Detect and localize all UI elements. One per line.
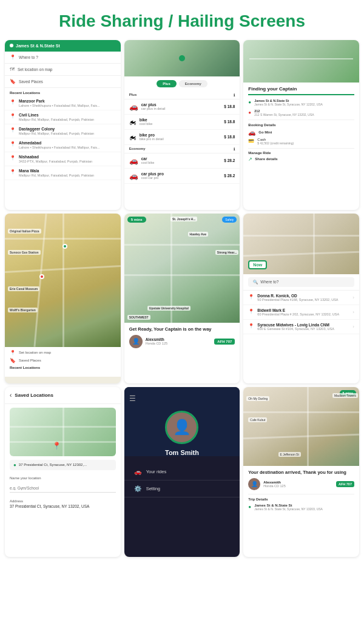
driver-avatar: 👤 <box>248 478 260 490</box>
destination-icon: 📍 <box>10 55 16 60</box>
map-label-3: Strong Hear... <box>215 250 239 255</box>
s3-title: Finding your Captain <box>248 86 354 95</box>
screen-destination-arrived: 5 mins Oh My Darling Cafe Kubut E Jeffer… <box>243 387 359 557</box>
s1-saved-places-row[interactable]: 🔖 Saved Places <box>5 76 121 88</box>
list-item[interactable]: 📍 Civil Lines Mallipur Rd, Mallipur, Fai… <box>5 110 121 124</box>
s8-profile-section: ☰ 👤 Tom Smith <box>124 387 240 456</box>
origin-dot-icon: ● <box>248 504 251 510</box>
s7-map-preview: 📍 <box>10 408 116 456</box>
list-item[interactable]: 📍 Mana Wala Mallipur Rd, Mallipur, Faisa… <box>5 166 121 180</box>
s8-menu: 🚗 Your rides ⚙️ Setting <box>124 463 240 497</box>
s6-search: 🔍 Where to? <box>243 274 359 291</box>
list-item[interactable]: 📍 Manzoor Park Lahore • Sheikhupura • Fa… <box>5 96 121 110</box>
screen-profile: ☰ 👤 Tom Smith 🚗 Your rides ⚙️ Setting <box>124 387 240 557</box>
list-item[interactable]: 📍 Ahmedabad Lahore • Sheikhupura • Faisa… <box>5 138 121 152</box>
dest-marker <box>39 274 44 279</box>
ride-item[interactable]: 🚗 car cool bike $ 28.2 <box>124 153 240 169</box>
ride-item[interactable]: 🚗 car plus car plus in detail $ 18.8 <box>124 99 240 115</box>
destination-item[interactable]: 📍 Donna R. Konick, OD 50 Presidential Pl… <box>243 291 359 305</box>
pin-icon: 📍 <box>10 113 16 119</box>
menu-icon[interactable]: ☰ <box>129 394 136 403</box>
share-details-row[interactable]: ↗ Share details <box>248 157 354 162</box>
ride-item[interactable]: 🏍 bike pro bike pro in detail $ 18.8 <box>124 130 240 145</box>
screen-finding-captain: Finding your Captain ● James St & N.Stat… <box>243 40 359 210</box>
s7-form: Name your location <box>5 473 121 499</box>
s9-map: 5 mins Oh My Darling Cafe Kubut E Jeffer… <box>243 387 359 466</box>
s1-dest-placeholder: Where to ? <box>19 55 38 59</box>
road-h2 <box>243 251 359 257</box>
time-badge: 5 mins <box>127 217 146 223</box>
map-label-1: St. Joseph's H... <box>170 217 197 221</box>
s6-map: Now <box>243 214 359 274</box>
pin-icon: 📍 <box>10 141 16 147</box>
destination-item[interactable]: 📍 Syracuse Midwives - Lovig Linda CNM 60… <box>243 320 359 334</box>
car-icon: 🚗 <box>248 129 255 136</box>
s3-origin-row: ● James St & N.State St James St & N. St… <box>248 99 354 106</box>
divider <box>248 494 354 494</box>
info-icon: ℹ <box>234 147 235 151</box>
payment-icon: 💳 <box>248 138 254 144</box>
addr-dot-icon: ● <box>13 462 16 468</box>
search-icon: 🔍 <box>253 280 258 285</box>
screen-map-view: Original Italian Pizza Sunoco Gas Statio… <box>5 214 121 383</box>
s9-content: Your destination arrived, Thank you for … <box>243 466 359 514</box>
back-icon[interactable]: ‹ <box>10 392 12 399</box>
bike-icon: 🏍 <box>129 118 136 126</box>
map-road <box>249 58 353 59</box>
car-pro-icon: 🚗 <box>129 172 138 180</box>
s4-bottom: 📍 Set location on map 🔖 Saved Places Rec… <box>5 347 121 377</box>
s1-destination-row[interactable]: 📍 Where to ? <box>5 52 121 64</box>
list-item[interactable]: 📍 Nishaabad 3432-PTX, Mallipur, Faisalab… <box>5 152 121 166</box>
origin-dot <box>10 44 13 47</box>
map-label-cafe: Cafe Kubut <box>248 417 267 422</box>
road-h <box>243 235 359 237</box>
chevron-right-icon: › <box>352 324 354 329</box>
rides-icon: 🚗 <box>134 468 141 475</box>
screen-saved-locations: ‹ Saved Locations 📍 ● 37 Presidential Ct… <box>5 387 121 557</box>
s4-saved-places[interactable]: 🔖 Saved Places <box>10 358 116 363</box>
s1-set-location-row[interactable]: 🗺 Set location on map <box>5 64 121 76</box>
info-icon: ℹ <box>234 93 235 97</box>
menu-item-setting[interactable]: ⚙️ Setting <box>124 480 240 497</box>
safety-badge: Safety <box>222 217 237 223</box>
road-v <box>62 408 64 456</box>
driver-avatar: 👤 <box>129 335 143 348</box>
map-icon: 🗺 <box>10 67 15 72</box>
setting-icon: ⚙️ <box>134 485 141 492</box>
map-label-madison: Madison Towers <box>332 393 358 398</box>
s9-trip-origin: ● James St & N.State St James St & N. St… <box>248 504 354 511</box>
s1-set-location-text: Set location on map <box>18 67 52 72</box>
s3-dest-row: ● 212 212 S Warren St, Syracuse, NY 1320… <box>248 109 354 116</box>
screen-ride-options: Plus Economy Plus ℹ 🚗 car plus car plus … <box>124 40 240 210</box>
origin-dot-icon: ● <box>248 99 251 105</box>
s7-address-block: Address 37 Presidential Ct, Syracuse, NY… <box>10 499 116 508</box>
road-h <box>243 411 359 413</box>
ride-item[interactable]: 🏍 bike cool bike $ 18.8 <box>124 115 240 130</box>
now-badge: Now <box>248 260 267 269</box>
search-box[interactable]: 🔍 Where to? <box>248 277 354 287</box>
screens-grid: James St & N.State St 📍 Where to ? 🗺 Set… <box>0 40 364 567</box>
location-name-input[interactable] <box>10 484 116 493</box>
s1-origin-bar[interactable]: James St & N.State St <box>5 40 121 52</box>
map-label-biergarten: Wolff's Biergarten <box>8 308 38 312</box>
s9-driver-row: 👤 Alexsmith Honda CD 125 AFH 707 <box>248 478 354 490</box>
s2-category-plus: Plus ℹ <box>124 91 240 99</box>
destination-item[interactable]: 📍 Bidwell Mark E 60 Presidential Plaza #… <box>243 305 359 320</box>
road-v2 <box>34 214 47 346</box>
car-icon: 🚗 <box>129 157 138 165</box>
dest-dot-icon: ● <box>248 110 251 115</box>
tab-economy[interactable]: Economy <box>179 80 207 87</box>
pin-icon: 📍 <box>10 127 16 133</box>
road-v <box>307 387 309 466</box>
pin-icon: 📍 <box>10 99 16 105</box>
s4-recent-locations: Recent Locations <box>10 366 116 371</box>
s4-set-location[interactable]: 📍 Set location on map <box>10 350 116 356</box>
list-item[interactable]: 📍 Dastaggeer Colony Mallipur Rd, Mallipu… <box>5 124 121 138</box>
menu-item-rides[interactable]: 🚗 Your rides <box>124 463 240 480</box>
ride-item[interactable]: 🚗 car plus pro cool car pro $ 28.2 <box>124 169 240 184</box>
map-center-dot <box>179 55 185 61</box>
share-icon: ↗ <box>248 157 252 162</box>
bookmark-icon: 🔖 <box>10 79 16 84</box>
tab-plus[interactable]: Plus <box>157 80 177 87</box>
map-pin-icon: 📍 <box>10 350 16 356</box>
